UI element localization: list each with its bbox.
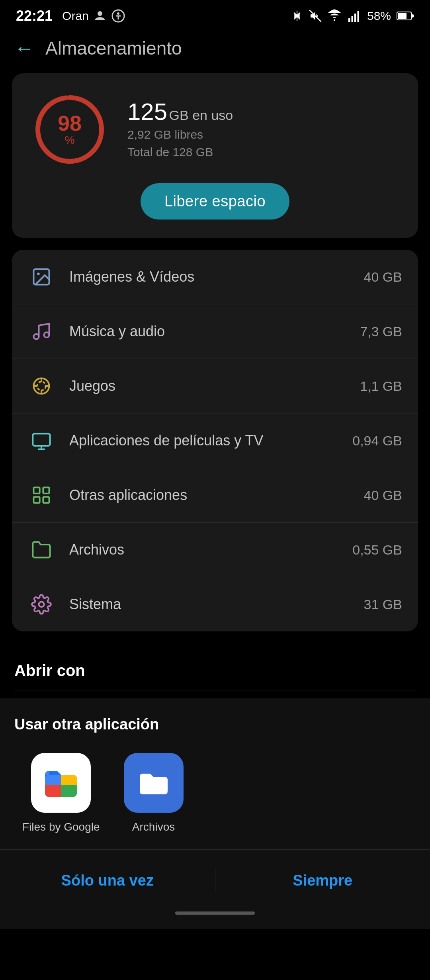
- svg-point-15: [37, 272, 40, 275]
- free-space-button[interactable]: Libere espacio: [141, 183, 289, 220]
- storage-card: 98 % 125 GB en uso 2,92 GB libres Total …: [12, 73, 418, 238]
- usar-otra-section: Usar otra aplicación Files by: [0, 698, 430, 849]
- archivos-label: Archivos: [132, 821, 175, 833]
- image-icon: [28, 263, 55, 290]
- bottom-buttons: Sólo una vez Siempre: [0, 849, 430, 905]
- app-files-by-google[interactable]: Files by Google: [22, 753, 100, 833]
- category-item-games[interactable]: Juegos 1,1 GB: [12, 359, 418, 414]
- storage-top: 98 % 125 GB en uso 2,92 GB libres Total …: [32, 92, 398, 167]
- storage-total: Total de 128 GB: [127, 145, 233, 159]
- svg-point-0: [98, 11, 102, 16]
- app-archivos[interactable]: Archivos: [124, 753, 184, 833]
- wifi-icon: [327, 9, 342, 23]
- svg-rect-6: [351, 16, 353, 22]
- category-item-images[interactable]: Imágenes & Vídeos 40 GB: [12, 250, 418, 304]
- category-size-images: 40 GB: [364, 269, 402, 285]
- svg-point-4: [334, 19, 336, 21]
- home-indicator: [0, 905, 430, 929]
- category-item-music[interactable]: Música y audio 7,3 GB: [12, 304, 418, 359]
- storage-info: 125 GB en uso 2,92 GB libres Total de 12…: [127, 100, 233, 159]
- status-location: Oran: [62, 9, 89, 23]
- app-icons-row: Files by Google Archivos: [14, 753, 416, 833]
- battery-icon: [397, 10, 414, 22]
- category-name-system: Sistema: [69, 596, 364, 613]
- files-google-svg: [39, 761, 83, 805]
- category-size-movies: 0,94 GB: [352, 433, 402, 449]
- svg-point-31: [39, 602, 44, 607]
- storage-used-gb: 125: [127, 98, 167, 125]
- divider: [14, 690, 416, 690]
- category-size-files: 0,55 GB: [352, 542, 402, 558]
- apps-icon: [28, 482, 55, 509]
- category-size-music: 7,3 GB: [360, 324, 402, 339]
- svg-rect-24: [33, 434, 50, 446]
- storage-in-use-label: en uso: [192, 108, 233, 123]
- page-title: Almacenamiento: [45, 37, 182, 59]
- archivos-icon-wrapper: [124, 753, 184, 813]
- person-icon: [93, 9, 107, 23]
- svg-rect-7: [354, 14, 356, 22]
- folder-icon: [28, 536, 55, 563]
- svg-rect-29: [34, 497, 40, 503]
- svg-rect-30: [43, 497, 49, 503]
- once-button[interactable]: Sólo una vez: [0, 864, 215, 897]
- category-item-files[interactable]: Archivos 0,55 GB: [12, 523, 418, 577]
- svg-point-19: [37, 382, 46, 390]
- status-bar: 22:21 Oran 58%: [0, 0, 430, 29]
- svg-point-2: [117, 12, 119, 15]
- always-button[interactable]: Siempre: [215, 864, 430, 897]
- category-size-games: 1,1 GB: [360, 378, 402, 394]
- category-list: Imágenes & Vídeos 40 GB Música y audio 7…: [12, 250, 418, 631]
- svg-point-17: [44, 332, 49, 337]
- storage-used-unit: GB en uso: [169, 108, 233, 123]
- abrir-con-section: Abrir con: [0, 646, 430, 698]
- category-name-files: Archivos: [69, 541, 352, 558]
- bluetooth-icon: [291, 10, 303, 22]
- storage-circle: 98 %: [32, 92, 108, 167]
- files-google-icon-wrapper: [31, 753, 91, 813]
- category-size-apps: 40 GB: [364, 488, 402, 503]
- category-name-games: Juegos: [69, 378, 360, 394]
- svg-rect-28: [43, 488, 49, 494]
- accessibility-icon: [111, 9, 125, 23]
- category-name-movies: Aplicaciones de películas y TV: [69, 432, 352, 449]
- svg-rect-5: [348, 18, 350, 22]
- category-item-system[interactable]: Sistema 31 GB: [12, 577, 418, 631]
- settings-icon: [28, 591, 55, 618]
- game-icon: [28, 372, 55, 400]
- back-button[interactable]: ←: [14, 37, 34, 60]
- svg-rect-27: [34, 488, 40, 494]
- storage-free: 2,92 GB libres: [127, 128, 233, 141]
- category-item-movies[interactable]: Aplicaciones de películas y TV 0,94 GB: [12, 414, 418, 468]
- svg-rect-8: [357, 11, 359, 22]
- svg-rect-10: [398, 13, 407, 19]
- archivos-svg: [132, 761, 176, 805]
- status-time: 22:21: [16, 8, 53, 24]
- files-google-label: Files by Google: [22, 821, 100, 833]
- category-name-music: Música y audio: [69, 323, 360, 340]
- storage-percent-sign: %: [65, 134, 75, 146]
- signal-icon: [347, 9, 362, 23]
- category-size-system: 31 GB: [364, 597, 402, 612]
- music-icon: [28, 318, 55, 345]
- category-name-images: Imágenes & Vídeos: [69, 269, 364, 285]
- tv-icon: [28, 427, 55, 454]
- top-nav: ← Almacenamiento: [0, 29, 430, 68]
- usar-otra-title: Usar otra aplicación: [14, 716, 416, 733]
- storage-percent-value: 98: [58, 112, 82, 134]
- status-battery: 58%: [367, 9, 391, 23]
- status-right: 58%: [291, 9, 414, 23]
- category-item-apps[interactable]: Otras aplicaciones 40 GB: [12, 468, 418, 523]
- svg-rect-11: [412, 14, 414, 18]
- abrir-con-title: Abrir con: [14, 662, 85, 679]
- category-name-apps: Otras aplicaciones: [69, 487, 364, 504]
- home-bar: [175, 911, 255, 915]
- mute-icon: [309, 10, 322, 22]
- svg-point-16: [34, 334, 39, 339]
